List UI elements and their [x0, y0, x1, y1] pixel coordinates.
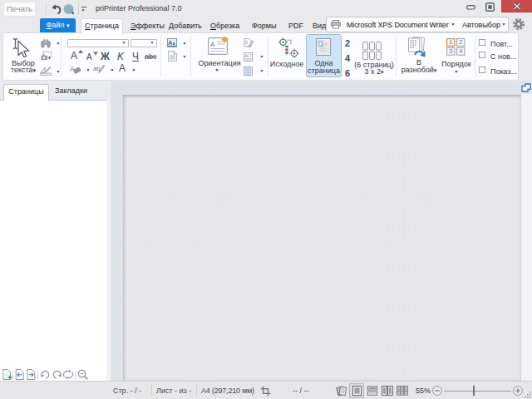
svg-text:1: 1: [449, 38, 453, 46]
svg-text:4: 4: [459, 47, 463, 55]
svg-text:ab: ab: [93, 65, 100, 72]
svg-text:0: 0: [245, 40, 248, 45]
svg-text:a: a: [173, 41, 175, 46]
svg-text:2: 2: [459, 38, 463, 46]
svg-text:1: 1: [320, 42, 323, 47]
svg-text:A: A: [210, 41, 215, 48]
svg-text:3: 3: [449, 47, 453, 55]
